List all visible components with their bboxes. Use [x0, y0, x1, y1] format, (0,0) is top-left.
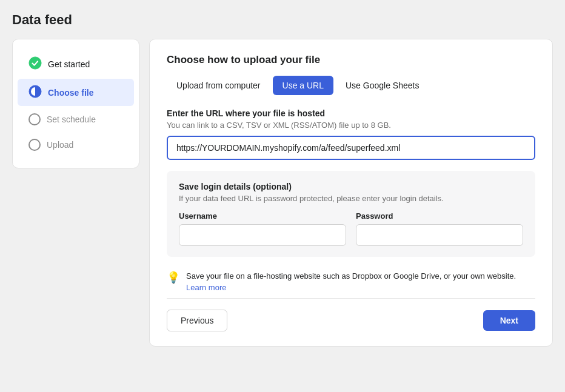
section-title: Choose how to upload your file	[167, 54, 535, 66]
main-content: Choose how to upload your file Upload fr…	[149, 39, 553, 347]
url-section: Enter the URL where your file is hosted …	[167, 108, 535, 171]
sidebar: Get started Choose file Set schedule Upl…	[12, 39, 139, 168]
radio-icon-set-schedule	[28, 113, 41, 125]
sidebar-item-label-get-started: Get started	[48, 59, 90, 69]
tab-google-sheets[interactable]: Use Google Sheets	[336, 76, 429, 95]
sidebar-item-set-schedule[interactable]: Set schedule	[18, 107, 134, 131]
upload-tabs: Upload from computer Use a URL Use Googl…	[167, 76, 535, 95]
page-title: Data feed	[12, 12, 553, 28]
lightbulb-icon: 💡	[167, 271, 180, 284]
username-label: Username	[179, 211, 346, 221]
sidebar-item-label-set-schedule: Set schedule	[47, 115, 96, 124]
svg-point-0	[29, 57, 41, 69]
url-hint: You can link to a CSV, TSV or XML (RSS/A…	[167, 121, 535, 130]
password-input[interactable]	[356, 224, 523, 246]
learn-more-link[interactable]: Learn more	[186, 283, 226, 292]
tip-text: Save your file on a file-hosting website…	[186, 271, 516, 281]
username-group: Username	[179, 211, 346, 246]
url-label: Enter the URL where your file is hosted	[167, 108, 535, 118]
tip-box: 💡 Save your file on a file-hosting websi…	[167, 268, 535, 298]
tip-content: Save your file on a file-hosting website…	[186, 270, 516, 292]
next-button[interactable]: Next	[483, 310, 535, 331]
username-input[interactable]	[179, 224, 346, 246]
tab-upload-computer[interactable]: Upload from computer	[167, 76, 270, 95]
save-login-title: Save login details (optional)	[179, 182, 523, 191]
sidebar-item-get-started[interactable]: Get started	[18, 50, 134, 78]
sidebar-item-label-choose-file: Choose file	[48, 88, 93, 98]
radio-icon-upload	[28, 139, 41, 151]
choose-file-icon	[28, 85, 42, 100]
check-circle-icon	[28, 56, 42, 71]
url-input[interactable]	[167, 136, 535, 160]
tab-use-url[interactable]: Use a URL	[273, 76, 333, 95]
sidebar-item-label-upload: Upload	[47, 140, 73, 150]
sidebar-item-choose-file[interactable]: Choose file	[18, 79, 134, 106]
sidebar-item-upload[interactable]: Upload	[18, 133, 134, 157]
save-login-hint: If your data feed URL is password protec…	[179, 194, 523, 203]
save-login-box: Save login details (optional) If your da…	[167, 171, 535, 257]
main-layout: Get started Choose file Set schedule Upl…	[12, 39, 553, 347]
password-label: Password	[356, 211, 523, 221]
credentials-row: Username Password	[179, 211, 523, 246]
previous-button[interactable]: Previous	[167, 310, 227, 331]
password-group: Password	[356, 211, 523, 246]
footer-bar: Previous Next	[167, 298, 535, 331]
